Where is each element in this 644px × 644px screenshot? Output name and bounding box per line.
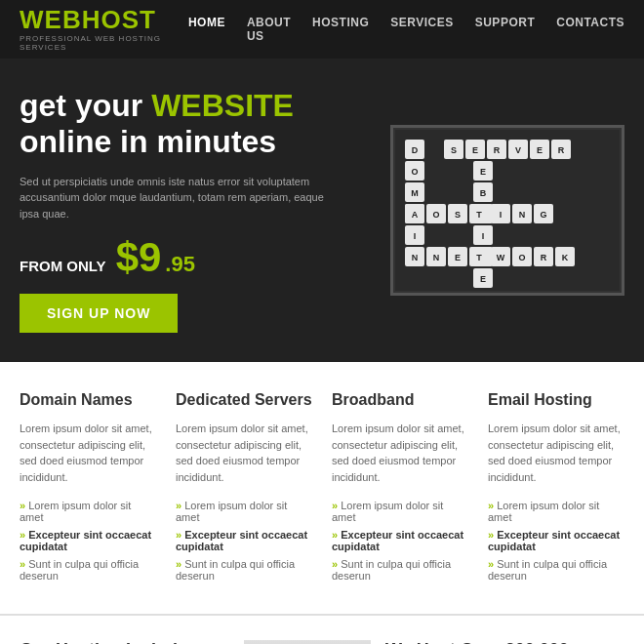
svg-text:I: I <box>482 231 485 241</box>
feature-list-item-2-0: Lorem ipsum dolor sit amet <box>332 497 468 526</box>
hero-section: get your WEBSITEonline in minutes Sed ut… <box>0 59 644 362</box>
svg-text:A: A <box>412 210 419 220</box>
hosting-includes-title: Our Hosting Includes: <box>20 640 215 644</box>
feature-list-item-0-1: Excepteur sint occaecat cupidatat <box>20 526 156 555</box>
server-visual <box>244 640 371 644</box>
svg-text:N: N <box>433 253 440 262</box>
server-image <box>244 640 371 644</box>
logo-web: WEB <box>20 5 82 34</box>
logo-text: WEBHOST <box>20 7 188 32</box>
feature-list-item-1-1: Excepteur sint occaecat cupidatat <box>176 526 312 555</box>
price-cents: .95 <box>165 252 195 277</box>
hero-image: S E R V E R E B S I T E H O S <box>390 125 624 296</box>
feature-list-item-2-1: Excepteur sint occaecat cupidatat <box>332 526 468 555</box>
hero-title-highlight: WEBSITE <box>151 88 294 123</box>
feature-title-0: Domain Names <box>20 391 156 409</box>
feature-col-1: Dedicated ServersLorem ipsum dolor sit a… <box>176 391 312 584</box>
domains-title: We Host Over 200,000 Domains <box>385 640 624 644</box>
svg-text:R: R <box>494 145 501 155</box>
feature-list-item-2-2: Sunt in culpa qui officia deserun <box>332 555 468 584</box>
site-header: WEBHOST PROFESSIONAL WEB HOSTING SERVICE… <box>0 0 644 59</box>
domains-text: We Host Over 200,000 Domains Sed ut pers… <box>385 640 624 644</box>
logo-host: HOST <box>82 5 156 34</box>
feature-title-2: Broadband <box>332 391 468 409</box>
svg-text:R: R <box>541 253 547 262</box>
nav-contacts[interactable]: CONTACTS <box>556 12 624 47</box>
svg-text:W: W <box>497 253 505 262</box>
feature-list-item-3-2: Sunt in culpa qui officia deserun <box>488 555 624 584</box>
svg-text:T: T <box>476 253 482 262</box>
tiles-graphic: S E R V E R E B S I T E H O S <box>395 130 620 291</box>
feature-list-item-1-0: Lorem ipsum dolor sit amet <box>176 497 312 526</box>
bottom-section: Our Hosting Includes: Sed ut perspiciati… <box>0 616 644 644</box>
domains-section: We Host Over 200,000 Domains Sed ut pers… <box>244 640 624 644</box>
feature-col-3: Email HostingLorem ipsum dolor sit amet,… <box>488 391 624 584</box>
from-only-label: FROM ONLY <box>20 258 106 274</box>
hero-content: get your WEBSITEonline in minutes Sed ut… <box>20 88 390 333</box>
svg-text:R: R <box>558 145 565 155</box>
hero-price: FROM ONLY $9.95 <box>20 237 371 278</box>
svg-text:I: I <box>414 231 417 241</box>
logo-subtitle: PROFESSIONAL WEB HOSTING SERVICES <box>20 34 188 52</box>
svg-text:B: B <box>480 188 487 198</box>
nav-services[interactable]: SERVICES <box>390 12 453 47</box>
nav-about[interactable]: ABOUT US <box>247 12 291 47</box>
svg-text:O: O <box>518 253 525 262</box>
main-nav: HOME ABOUT US HOSTING SERVICES SUPPORT C… <box>188 12 624 47</box>
svg-text:E: E <box>455 253 461 262</box>
svg-text:O: O <box>411 167 418 177</box>
feature-text-2: Lorem ipsum dolor sit amet, consectetur … <box>332 421 468 485</box>
svg-text:S: S <box>451 145 457 155</box>
svg-text:G: G <box>540 210 546 220</box>
nav-hosting[interactable]: HOSTING <box>312 12 369 47</box>
feature-list-1: Lorem ipsum dolor sit ametExcepteur sint… <box>176 497 312 584</box>
feature-title-3: Email Hosting <box>488 391 624 409</box>
feature-list-item-3-0: Lorem ipsum dolor sit amet <box>488 497 624 526</box>
svg-text:N: N <box>412 253 419 262</box>
svg-text:E: E <box>537 145 543 155</box>
feature-list-item-0-2: Sunt in culpa qui officia deserun <box>20 555 156 584</box>
svg-text:E: E <box>480 274 486 284</box>
hosting-includes: Our Hosting Includes: Sed ut perspiciati… <box>20 640 215 644</box>
svg-text:T: T <box>476 210 482 220</box>
svg-text:M: M <box>411 188 419 198</box>
hero-title: get your WEBSITEonline in minutes <box>20 88 371 160</box>
svg-text:N: N <box>519 210 526 220</box>
feature-title-1: Dedicated Servers <box>176 391 312 409</box>
price-dollar: $9 <box>116 237 162 278</box>
signup-button[interactable]: SIGN UP NOW <box>20 294 178 333</box>
hero-description: Sed ut perspiciatis unde omnis iste natu… <box>20 174 332 222</box>
feature-list-item-1-2: Sunt in culpa qui officia deserun <box>176 555 312 584</box>
feature-col-0: Domain NamesLorem ipsum dolor sit amet, … <box>20 391 156 584</box>
svg-text:E: E <box>472 145 478 155</box>
feature-text-3: Lorem ipsum dolor sit amet, consectetur … <box>488 421 624 485</box>
svg-text:I: I <box>500 210 503 220</box>
feature-text-0: Lorem ipsum dolor sit amet, consectetur … <box>20 421 156 485</box>
feature-list-0: Lorem ipsum dolor sit ametExcepteur sint… <box>20 497 156 584</box>
feature-list-item-3-1: Excepteur sint occaecat cupidatat <box>488 526 624 555</box>
svg-text:O: O <box>432 210 439 220</box>
svg-text:K: K <box>562 253 569 262</box>
feature-list-2: Lorem ipsum dolor sit ametExcepteur sint… <box>332 497 468 584</box>
feature-list-3: Lorem ipsum dolor sit ametExcepteur sint… <box>488 497 624 584</box>
feature-text-1: Lorem ipsum dolor sit amet, consectetur … <box>176 421 312 485</box>
feature-list-item-0-0: Lorem ipsum dolor sit amet <box>20 497 156 526</box>
svg-text:E: E <box>480 167 486 177</box>
logo: WEBHOST PROFESSIONAL WEB HOSTING SERVICE… <box>20 7 188 52</box>
svg-text:D: D <box>412 145 419 155</box>
svg-text:S: S <box>455 210 461 220</box>
feature-col-2: BroadbandLorem ipsum dolor sit amet, con… <box>332 391 468 584</box>
nav-home[interactable]: HOME <box>188 12 225 47</box>
nav-support[interactable]: SUPPORT <box>475 12 536 47</box>
svg-text:V: V <box>515 145 521 155</box>
features-section: Domain NamesLorem ipsum dolor sit amet, … <box>0 362 644 615</box>
